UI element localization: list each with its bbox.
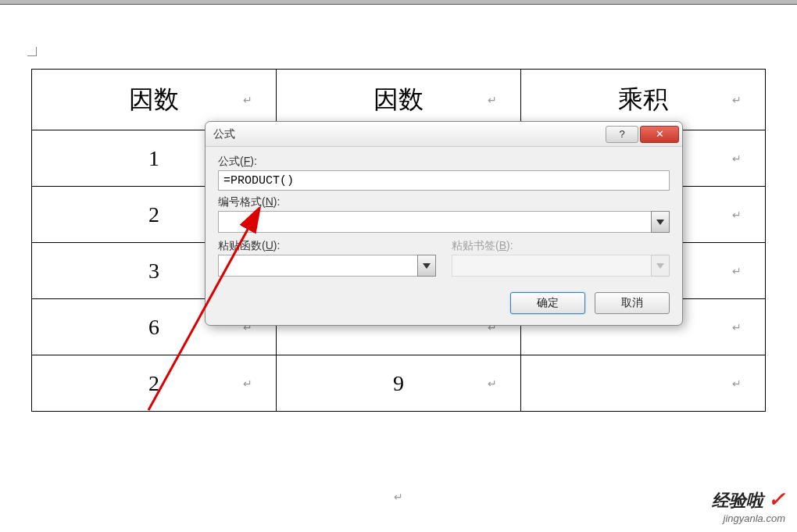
cell-marker: ↵: [488, 377, 497, 390]
paste-bookmark-dropdown-button: [651, 255, 670, 277]
cell-marker: ↵: [732, 377, 742, 390]
paste-function-dropdown-button[interactable]: [417, 255, 436, 277]
ok-button[interactable]: 确定: [510, 292, 585, 314]
cell-marker: ↵: [732, 320, 742, 334]
formula-dialog: 公式 ? ✕ 公式(F): 编号格式(N): 粘贴函数(U): 粘贴书签(B):: [205, 121, 683, 326]
doc-corner-marker: [27, 47, 37, 56]
paragraph-marker: ↵: [0, 491, 797, 504]
title-button-group: ? ✕: [604, 126, 679, 143]
number-format-input[interactable]: [218, 211, 652, 233]
cell-marker: ↵: [732, 264, 742, 277]
table-cell[interactable]: 2↵: [32, 355, 277, 412]
cancel-button[interactable]: 取消: [595, 292, 670, 314]
paste-function-label: 粘贴函数(U):: [218, 239, 436, 253]
table-cell[interactable]: ↵: [521, 355, 766, 412]
help-button[interactable]: ?: [606, 126, 638, 143]
formula-input[interactable]: [218, 170, 670, 191]
watermark-title: 经验啦 ✓: [712, 487, 785, 512]
cell-marker: ↵: [488, 93, 497, 106]
dialog-footer: 确定 取消: [206, 292, 682, 325]
cell-marker: ↵: [243, 377, 252, 390]
cell-marker: ↵: [243, 93, 252, 106]
chevron-down-icon: [656, 220, 664, 225]
window-separator: [0, 4, 797, 5]
formula-label: 公式(F):: [218, 155, 670, 169]
cell-marker: ↵: [732, 93, 742, 106]
paste-function-combo: [218, 255, 436, 277]
number-format-combo: [218, 211, 670, 233]
close-button[interactable]: ✕: [640, 126, 679, 143]
close-icon: ✕: [656, 128, 664, 140]
check-icon: ✓: [768, 487, 785, 511]
table-row: 2↵ 9↵ ↵: [32, 355, 766, 412]
paste-bookmark-group: 粘贴书签(B):: [452, 239, 670, 281]
paste-bookmark-label: 粘贴书签(B):: [452, 239, 670, 253]
cell-marker: ↵: [732, 208, 742, 221]
watermark: 经验啦 ✓ jingyanla.com: [712, 487, 785, 524]
paste-function-input[interactable]: [218, 255, 418, 277]
help-icon: ?: [619, 128, 624, 140]
chevron-down-icon: [423, 263, 431, 269]
paste-bookmark-input: [452, 255, 652, 277]
watermark-url: jingyanla.com: [712, 512, 785, 524]
number-format-label: 编号格式(N):: [218, 195, 670, 209]
paste-bookmark-combo: [452, 255, 670, 277]
cell-marker: ↵: [732, 152, 742, 165]
table-cell[interactable]: 9↵: [277, 355, 521, 412]
dialog-body: 公式(F): 编号格式(N): 粘贴函数(U): 粘贴书签(B):: [206, 147, 682, 292]
number-format-dropdown-button[interactable]: [651, 211, 670, 233]
paste-function-group: 粘贴函数(U):: [218, 239, 436, 281]
dialog-titlebar[interactable]: 公式 ? ✕: [206, 122, 682, 147]
paste-row: 粘贴函数(U): 粘贴书签(B):: [218, 239, 670, 281]
dialog-title: 公式: [213, 127, 235, 141]
chevron-down-icon: [656, 263, 664, 269]
